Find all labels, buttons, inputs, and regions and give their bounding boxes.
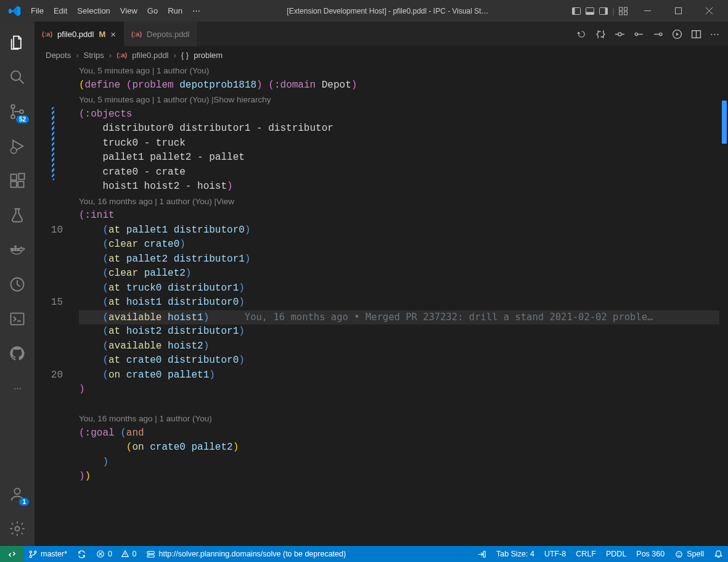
code-lens[interactable]: You, 16 months ago | 1 author (You) <box>79 411 719 426</box>
svg-rect-17 <box>11 181 17 187</box>
encoding[interactable]: UTF-8 <box>539 546 571 562</box>
editor-area: (:a) pfile0.pddl M × (:a) Depots.pddl ⋯ <box>35 22 728 546</box>
panel-toggle-right-icon[interactable] <box>597 5 610 17</box>
spell-check[interactable]: Spell <box>669 546 709 562</box>
menu-more-icon[interactable]: ⋯ <box>187 2 205 19</box>
menu-edit[interactable]: Edit <box>49 2 72 19</box>
breadcrumb-folder[interactable]: Strips <box>84 51 104 60</box>
breadcrumbs[interactable]: Depots › Strips › (:a) pfile0.pddl › { }… <box>35 46 728 64</box>
source-control-icon[interactable]: 52 <box>0 94 35 129</box>
minimize-button[interactable] <box>632 0 663 22</box>
svg-point-14 <box>20 110 23 114</box>
more-views-icon[interactable]: ⋯ <box>0 371 35 405</box>
svg-rect-6 <box>620 7 623 10</box>
tab-depots[interactable]: (:a) Depots.pddl <box>124 22 198 46</box>
svg-rect-25 <box>11 313 24 325</box>
explorer-icon[interactable] <box>0 25 35 60</box>
cursor-position[interactable]: Pos 360 <box>631 546 669 562</box>
breadcrumb-symbol[interactable]: problem <box>194 51 223 60</box>
svg-point-30 <box>660 33 662 35</box>
symbol-icon: { } <box>181 51 189 60</box>
chevron-right-icon: › <box>174 51 176 60</box>
history-icon[interactable] <box>576 29 587 39</box>
commit-node-icon[interactable] <box>634 29 644 39</box>
svg-rect-23 <box>14 246 17 248</box>
svg-rect-1 <box>573 7 575 14</box>
title-layout-icons: | <box>570 5 632 17</box>
breadcrumb-file[interactable]: pfile0.pddl <box>132 51 168 60</box>
github-icon[interactable] <box>0 336 35 371</box>
eol[interactable]: CRLF <box>571 546 601 562</box>
chevron-right-icon: › <box>109 51 112 60</box>
settings-gear-icon[interactable] <box>0 511 35 546</box>
language-mode[interactable]: PDDL <box>601 546 631 562</box>
svg-rect-7 <box>624 7 628 10</box>
svg-point-42 <box>676 551 682 556</box>
chevron-right-icon: › <box>76 51 78 60</box>
panel-toggle-bottom-icon[interactable] <box>584 5 596 17</box>
pddl-file-icon: (:a) <box>42 30 52 38</box>
sync-button[interactable] <box>72 546 91 562</box>
accounts-icon[interactable]: 1 <box>0 477 35 511</box>
editor-tabs: (:a) pfile0.pddl M × (:a) Depots.pddl ⋯ <box>35 22 728 46</box>
svg-point-34 <box>30 555 31 557</box>
modified-indicator: M <box>99 30 105 39</box>
code-lens[interactable]: You, 16 months ago | 1 author (You) | Vi… <box>79 194 719 209</box>
title-bar: File Edit Selection View Go Run ⋯ [Exten… <box>0 0 728 22</box>
code-body[interactable]: You, 5 minutes ago | 1 author (You) (def… <box>79 64 719 546</box>
svg-point-13 <box>11 115 15 118</box>
run-file-icon[interactable] <box>672 29 682 39</box>
svg-point-27 <box>15 527 20 531</box>
svg-rect-19 <box>18 173 24 179</box>
svg-rect-3 <box>586 12 594 14</box>
svg-rect-41 <box>483 551 485 556</box>
gutter: 1015 20 <box>35 64 79 546</box>
svg-point-40 <box>149 555 150 556</box>
timeline-icon[interactable] <box>0 267 35 302</box>
split-editor-icon[interactable] <box>691 29 701 39</box>
menu-run[interactable]: Run <box>163 2 187 19</box>
close-button[interactable] <box>693 0 724 22</box>
remote-indicator[interactable] <box>0 546 23 562</box>
search-icon[interactable] <box>0 60 35 94</box>
svg-point-11 <box>11 71 20 80</box>
svg-rect-38 <box>147 555 154 557</box>
svg-rect-37 <box>147 551 154 553</box>
more-actions-icon[interactable]: ⋯ <box>710 28 719 39</box>
status-bar: master* 0 0 http://solver.planning.domai… <box>0 546 728 562</box>
indentation[interactable]: Tab Size: 4 <box>491 546 539 562</box>
menu-go[interactable]: Go <box>142 2 163 19</box>
svg-point-12 <box>11 105 15 109</box>
tab-pfile0[interactable]: (:a) pfile0.pddl M × <box>35 22 124 46</box>
commit-graph-icon[interactable] <box>615 29 625 39</box>
pddl-server[interactable]: http://solver.planning.domains/solve (to… <box>141 546 351 562</box>
svg-rect-5 <box>605 7 608 14</box>
notifications-icon[interactable] <box>709 546 728 562</box>
svg-point-28 <box>618 32 621 35</box>
breadcrumb-folder[interactable]: Depots <box>46 51 71 60</box>
git-branch[interactable]: master* <box>23 546 72 562</box>
customize-layout-icon[interactable] <box>617 5 629 17</box>
code-lens[interactable]: You, 5 minutes ago | 1 author (You) <box>79 64 719 78</box>
svg-point-29 <box>635 33 637 35</box>
panel-toggle-left-icon[interactable] <box>570 5 583 17</box>
commit-node2-icon[interactable] <box>653 29 663 39</box>
overview-ruler[interactable] <box>719 64 728 546</box>
close-tab-icon[interactable]: × <box>110 29 116 39</box>
problems[interactable]: 0 0 <box>91 546 141 562</box>
menu-view[interactable]: View <box>115 2 142 19</box>
extensions-icon[interactable] <box>0 163 35 198</box>
compare-icon[interactable] <box>595 29 606 39</box>
docker-icon[interactable] <box>0 233 35 267</box>
go-to-line-icon[interactable] <box>472 546 491 562</box>
run-debug-icon[interactable] <box>0 129 35 163</box>
editor[interactable]: 1015 20 You, 5 minutes ago | 1 author (Y… <box>35 64 728 546</box>
code-lens[interactable]: You, 5 minutes ago | 1 author (You) | Sh… <box>79 93 719 107</box>
menu-file[interactable]: File <box>26 2 49 19</box>
maximize-button[interactable] <box>663 0 693 22</box>
terminal-icon[interactable] <box>0 302 35 336</box>
tab-actions: ⋯ <box>568 22 728 46</box>
menu-selection[interactable]: Selection <box>72 2 115 19</box>
tab-label: Depots.pddl <box>147 30 189 39</box>
testing-icon[interactable] <box>0 198 35 233</box>
